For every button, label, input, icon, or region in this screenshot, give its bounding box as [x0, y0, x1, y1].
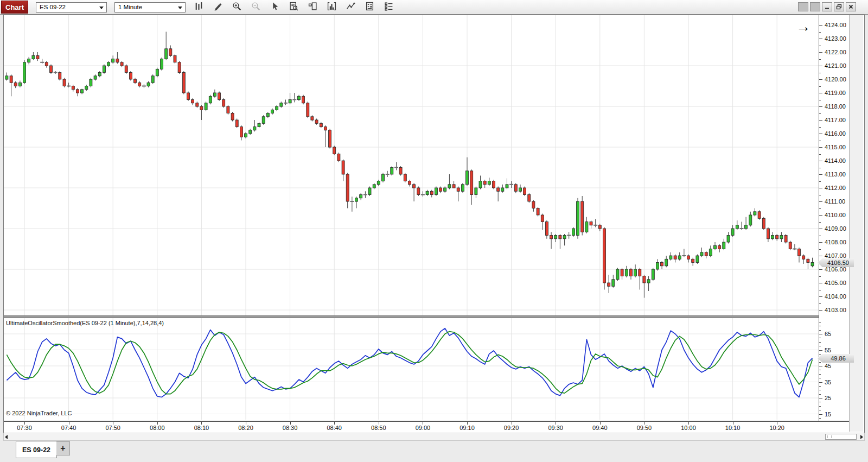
axis-tick	[819, 106, 822, 107]
time-axis-label: 10:20	[769, 425, 784, 431]
chevron-down-icon	[99, 7, 104, 9]
time-axis-label: 08:30	[283, 425, 298, 431]
price-axis-label: 4103.00	[825, 307, 846, 313]
panel-splitter[interactable]	[4, 315, 863, 318]
tab-es-09-22[interactable]: ES 09-22	[16, 441, 57, 458]
time-axis-label: 07:40	[61, 425, 76, 431]
price-axis-label: 4117.00	[825, 117, 846, 123]
script-icon[interactable]	[363, 1, 376, 13]
time-axis-label: 10:00	[681, 425, 696, 431]
interval-dropdown[interactable]: 1 Minute	[114, 2, 186, 12]
go-to-last-bar-arrow-icon[interactable]: →	[796, 18, 810, 35]
price-axis-label: 4109.00	[825, 225, 846, 232]
chart-menu-button[interactable]: Chart	[1, 1, 28, 14]
axis-tick	[819, 283, 822, 283]
price-axis-label: 4110.00	[825, 212, 846, 218]
axis-tick	[819, 25, 822, 26]
copyright-text: © 2022 NinjaTrader, LLC	[6, 410, 72, 416]
price-axis-label: 4124.00	[825, 22, 846, 28]
price-axis-label: 4104.00	[825, 293, 846, 300]
time-axis-label: 07:30	[17, 425, 32, 431]
interval-dropdown-value: 1 Minute	[118, 4, 142, 10]
properties-list-icon[interactable]	[382, 1, 395, 13]
scroll-left-icon[interactable]	[5, 434, 10, 440]
axis-tick	[819, 334, 822, 334]
oscillator-axis-label: 55	[825, 347, 831, 353]
strategies-icon[interactable]	[344, 1, 357, 13]
axis-tick	[819, 414, 822, 415]
price-axis-label: 4120.00	[825, 76, 846, 83]
add-tab-button[interactable]: +	[56, 441, 70, 455]
drawing-tools-pencil-icon[interactable]	[211, 1, 224, 13]
window-button-2[interactable]	[810, 2, 820, 11]
axis-tick	[819, 310, 822, 311]
last-price-marker: 4106.50	[818, 258, 854, 267]
axis-tick	[819, 147, 822, 148]
instrument-dropdown[interactable]: ES 09-22	[36, 2, 107, 12]
chart-area[interactable]: UltimateOscillatorSmoothed(ES 09-22 (1 M…	[3, 15, 865, 433]
oscillator-axis-label: 15	[825, 411, 831, 417]
price-axis-label: 4119.00	[825, 90, 846, 96]
chart-style-icon[interactable]	[192, 1, 205, 13]
price-axis-label: 4115.00	[825, 144, 846, 150]
price-axis-label: 4111.00	[825, 198, 845, 205]
toolbar-icons	[192, 1, 395, 13]
zoom-in-icon[interactable]	[230, 1, 243, 13]
close-button[interactable]	[846, 2, 856, 11]
instrument-dropdown-value: ES 09-22	[40, 4, 66, 10]
time-axis-label: 09:00	[416, 425, 431, 431]
oscillator-axis-label: 35	[825, 379, 831, 385]
axis-tick	[819, 134, 822, 134]
chart-trader-icon[interactable]	[306, 1, 319, 13]
time-axis-label: 09:40	[592, 425, 608, 431]
axis-tick	[819, 93, 822, 93]
time-axis-label: 09:50	[637, 425, 652, 431]
time-axis-label: 08:40	[327, 425, 342, 431]
restore-button[interactable]	[834, 2, 844, 11]
zoom-out-icon[interactable]	[249, 1, 262, 13]
time-axis-label: 09:30	[548, 425, 563, 431]
price-axis-label: 4105.00	[825, 280, 846, 286]
time-axis-label: 07:50	[105, 425, 120, 431]
axis-tick	[819, 229, 822, 229]
horizontal-scrollbar[interactable]	[3, 433, 865, 441]
tab-bar: ES 09-22 +	[0, 441, 868, 462]
chevron-down-icon	[178, 7, 182, 9]
price-axis-label: 4108.00	[825, 239, 846, 245]
axis-tick	[819, 366, 822, 366]
time-axis-label: 09:10	[459, 425, 475, 431]
axis-tick	[819, 256, 822, 256]
toolbar: Chart ES 09-22 1 Minute	[0, 0, 868, 15]
axis-tick	[819, 269, 822, 270]
data-box-icon[interactable]	[287, 1, 300, 13]
indicator-label: UltimateOscillatorSmoothed(ES 09-22 (1 M…	[6, 320, 164, 326]
price-axis-label: 4123.00	[825, 35, 846, 42]
axis-tick	[819, 174, 822, 175]
axis-tick	[819, 382, 822, 383]
chart-window: Chart ES 09-22 1 Minute	[0, 0, 868, 462]
time-axis-label: 08:10	[194, 425, 209, 431]
cursor-icon[interactable]	[268, 1, 281, 13]
axis-tick	[819, 120, 822, 121]
scroll-right-icon[interactable]	[858, 434, 863, 440]
axis-tick	[819, 52, 822, 53]
time-axis-label: 08:50	[371, 425, 386, 431]
window-button-1[interactable]	[798, 2, 808, 11]
axis-tick	[819, 188, 822, 188]
time-axis-label: 10:10	[725, 425, 741, 431]
axis-tick	[819, 350, 822, 351]
minimize-button[interactable]	[822, 2, 832, 11]
axis-tick	[819, 79, 822, 80]
indicators-icon[interactable]	[325, 1, 338, 13]
price-axis-label: 4114.00	[825, 157, 846, 164]
price-axis-label: 4112.00	[825, 185, 846, 191]
scrollbar-thumb[interactable]	[825, 434, 857, 440]
price-axis-label: 4116.00	[825, 130, 846, 137]
axis-tick	[819, 161, 822, 161]
axis-tick	[819, 66, 822, 66]
axis-tick	[819, 215, 822, 216]
time-axis[interactable]: 07:3007:4007:5008:0008:1008:2008:3008:40…	[4, 421, 849, 432]
price-and-indicator-plot[interactable]	[4, 15, 819, 421]
window-controls	[798, 2, 856, 11]
price-axis-label: 4113.00	[825, 171, 846, 178]
